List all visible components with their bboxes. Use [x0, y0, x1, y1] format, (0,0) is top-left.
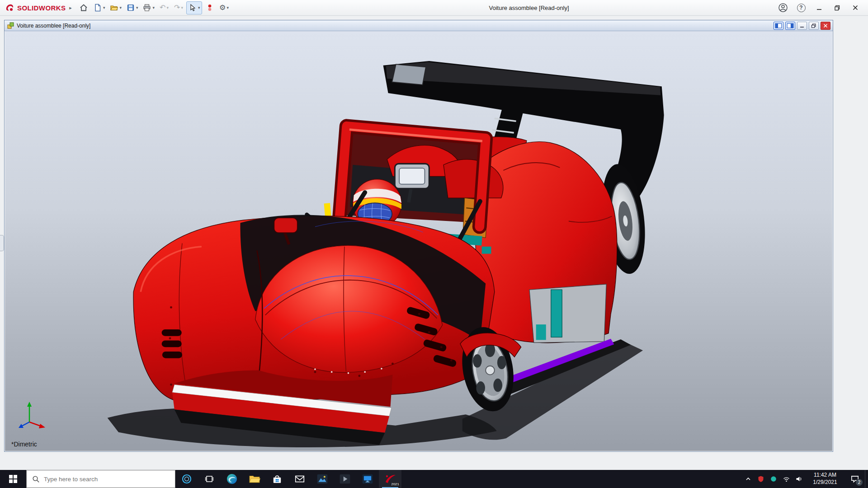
taskbar: 2021: [0, 470, 868, 488]
notification-badge: 2: [856, 479, 863, 486]
show-desktop-button[interactable]: [865, 470, 868, 488]
home-icon: [79, 3, 88, 12]
car-3d-model[interactable]: [5, 31, 832, 451]
document-close-button[interactable]: [821, 22, 830, 30]
brand-name: SOLIDWORKS: [17, 4, 66, 12]
assembly-document-icon: [7, 22, 14, 29]
solidworks-taskbar-button[interactable]: 2021: [379, 470, 401, 488]
windows-start-icon: [9, 475, 17, 483]
orientation-triad: [11, 398, 49, 436]
clock-date: 1/29/2021: [813, 479, 837, 486]
open-button[interactable]: ▾: [108, 1, 123, 14]
save-icon: [126, 3, 135, 12]
new-document-icon: [93, 3, 102, 12]
options-button[interactable]: ⚙ ▾: [217, 1, 231, 14]
chevron-up-icon: [745, 475, 752, 483]
edge-button[interactable]: [221, 470, 243, 488]
options-caret[interactable]: ▾: [226, 6, 229, 10]
new-document-caret[interactable]: ▾: [103, 6, 105, 10]
edge-browser-icon: [226, 473, 238, 485]
clock-time: 11:42 AM: [814, 472, 836, 479]
document-close-icon: [823, 23, 828, 28]
rebuild-button[interactable]: [203, 1, 217, 14]
account-button[interactable]: [775, 1, 791, 14]
document-restore-button[interactable]: [809, 22, 819, 30]
photos-button[interactable]: [311, 470, 334, 488]
tray-chat[interactable]: [767, 470, 780, 488]
solidworks-logo: SOLIDWORKS: [5, 3, 66, 13]
close-button[interactable]: [847, 1, 863, 14]
snap-right-icon: [787, 23, 794, 28]
microsoft-store-icon: [272, 474, 283, 484]
undo-icon: ↶: [160, 4, 165, 11]
search-input[interactable]: [44, 476, 157, 483]
mail-button[interactable]: [288, 470, 311, 488]
taskbar-clock[interactable]: 11:42 AM 1/29/2021: [805, 470, 845, 488]
new-document-button[interactable]: ▾: [91, 1, 107, 14]
snap-left-button[interactable]: [774, 22, 783, 30]
print-icon: [142, 3, 151, 12]
save-button[interactable]: ▾: [124, 1, 140, 14]
select-cursor-icon: [188, 3, 197, 12]
system-tray: 11:42 AM 1/29/2021 2: [742, 470, 868, 488]
action-center-button[interactable]: 2: [845, 470, 865, 488]
select-tool-caret[interactable]: ▾: [198, 6, 200, 10]
help-icon: ?: [797, 4, 806, 12]
user-account-icon: [778, 3, 788, 13]
photos-icon: [316, 473, 328, 485]
view-orientation-label: *Dimetric: [11, 441, 37, 448]
file-explorer-button[interactable]: [243, 470, 266, 488]
document-minimize-icon: [799, 23, 805, 28]
save-caret[interactable]: ▾: [136, 6, 138, 10]
document-title: Voiture assomblee [Read-only]: [17, 23, 90, 29]
tray-security[interactable]: [755, 470, 767, 488]
start-button[interactable]: [0, 470, 26, 488]
snap-right-button[interactable]: [785, 22, 795, 30]
print-caret[interactable]: ▾: [152, 6, 155, 10]
close-icon: [852, 5, 859, 11]
document-window: Voiture assomblee [Read-only]: [4, 20, 833, 452]
chat-icon: [770, 475, 777, 483]
search-icon: [32, 475, 40, 483]
media-player-button[interactable]: [334, 470, 356, 488]
home-button[interactable]: [77, 1, 90, 14]
cortana-button[interactable]: [175, 470, 198, 488]
task-view-button[interactable]: [198, 470, 221, 488]
rebuild-icon: [205, 3, 214, 12]
minimize-button[interactable]: [811, 1, 827, 14]
redo-caret[interactable]: ▾: [181, 6, 183, 10]
restore-button[interactable]: [829, 1, 845, 14]
graphics-viewport[interactable]: *Dimetric: [5, 31, 832, 451]
mail-icon: [294, 474, 305, 484]
help-button[interactable]: ?: [793, 1, 809, 14]
media-player-icon: [339, 473, 351, 485]
undo-button[interactable]: ↶ ▾: [157, 1, 171, 14]
redo-button[interactable]: ↷ ▾: [172, 1, 185, 14]
restore-icon: [834, 5, 840, 11]
solidworks-version-badge: 2021: [391, 483, 400, 487]
wifi-icon: [783, 475, 790, 483]
print-button[interactable]: ▾: [141, 1, 156, 14]
menu-expand-arrow[interactable]: ▸: [69, 5, 72, 11]
display-settings-button[interactable]: [356, 470, 379, 488]
store-button[interactable]: [266, 470, 288, 488]
display-settings-icon: [362, 473, 373, 485]
open-caret[interactable]: ▾: [119, 6, 122, 10]
document-minimize-button[interactable]: [797, 22, 807, 30]
snap-left-icon: [775, 23, 782, 28]
task-view-icon: [205, 474, 214, 483]
tray-network[interactable]: [780, 470, 793, 488]
app-window-title: Voiture assomblee [Read-only]: [489, 5, 569, 11]
cortana-icon: [181, 474, 192, 484]
taskbar-search[interactable]: [26, 470, 175, 488]
task-pane-handle[interactable]: [0, 235, 4, 251]
select-tool-button[interactable]: ▾: [186, 1, 202, 14]
undo-caret[interactable]: ▾: [166, 6, 169, 10]
open-folder-icon: [109, 3, 118, 12]
tray-overflow-button[interactable]: [742, 470, 755, 488]
document-titlebar[interactable]: Voiture assomblee [Read-only]: [5, 20, 833, 31]
volume-icon: [795, 475, 802, 483]
tray-volume[interactable]: [793, 470, 805, 488]
front-body[interactable]: [133, 215, 495, 405]
gear-icon: ⚙: [219, 4, 226, 11]
